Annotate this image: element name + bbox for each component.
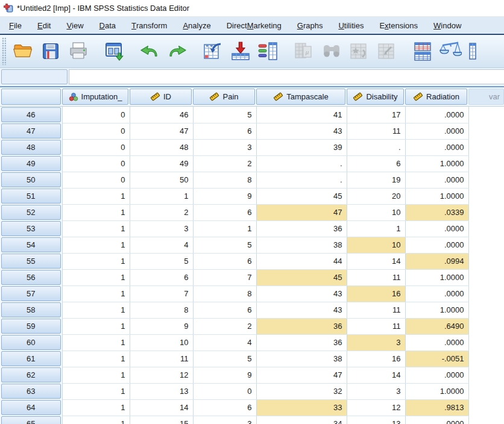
row-number[interactable]: 62 <box>0 367 62 383</box>
row-number[interactable]: 50 <box>0 172 62 188</box>
cell[interactable]: 6 <box>347 155 405 172</box>
row-number[interactable]: 54 <box>0 237 62 253</box>
row-number[interactable]: 64 <box>0 399 62 416</box>
empty-var-cell[interactable] <box>468 285 504 302</box>
cell[interactable]: 16 <box>347 285 405 302</box>
cell[interactable]: 11 <box>347 318 405 334</box>
column-header-radiation[interactable]: Radiation <box>405 87 468 107</box>
cell[interactable]: 3 <box>130 220 193 237</box>
cell[interactable]: 1 <box>62 383 130 399</box>
cell[interactable]: .0000 <box>405 107 468 123</box>
recall-dialogs-button[interactable] <box>100 37 128 66</box>
redo-button[interactable] <box>163 37 191 66</box>
row-number[interactable]: 58 <box>0 302 62 318</box>
cell[interactable]: 50 <box>130 172 193 188</box>
cell[interactable]: . <box>256 172 347 188</box>
cell[interactable]: 43 <box>256 302 347 318</box>
cell[interactable]: 41 <box>256 107 347 123</box>
cell[interactable]: 11 <box>347 269 405 285</box>
cell[interactable]: .6490 <box>405 318 468 334</box>
menu-transform[interactable]: Transform <box>124 17 175 34</box>
cell[interactable]: 36 <box>256 334 347 351</box>
cell[interactable]: 0 <box>62 107 130 123</box>
cell[interactable]: 33 <box>256 399 347 416</box>
cell[interactable]: 0 <box>62 139 130 155</box>
empty-var-cell[interactable] <box>468 204 504 220</box>
empty-var-cell[interactable] <box>468 237 504 253</box>
cell[interactable]: 17 <box>347 107 405 123</box>
cell[interactable]: 8 <box>130 302 193 318</box>
menu-data[interactable]: Data <box>92 17 124 34</box>
row-number[interactable]: 51 <box>0 188 62 204</box>
empty-var-cell[interactable] <box>468 123 504 139</box>
cell[interactable]: 6 <box>193 302 256 318</box>
cell[interactable]: 45 <box>256 269 347 285</box>
cell[interactable]: 3 <box>193 139 256 155</box>
cell[interactable]: 46 <box>130 107 193 123</box>
row-number[interactable]: 48 <box>0 139 62 155</box>
cell[interactable]: 48 <box>130 139 193 155</box>
cell[interactable]: 38 <box>256 351 347 367</box>
goto-case-button[interactable] <box>199 37 227 66</box>
toolbar-grip-handle[interactable] <box>2 37 6 65</box>
row-number[interactable]: 59 <box>0 318 62 334</box>
cell[interactable]: 1 <box>62 188 130 204</box>
cell[interactable]: 6 <box>193 123 256 139</box>
goto-variable-button[interactable] <box>227 37 254 66</box>
cell[interactable]: 12 <box>347 399 405 416</box>
cell[interactable]: 3 <box>193 416 256 424</box>
cell[interactable]: .0000 <box>405 139 468 155</box>
cell[interactable]: .0000 <box>405 237 468 253</box>
cell[interactable]: 14 <box>347 367 405 383</box>
variables-button[interactable] <box>254 37 282 66</box>
cell[interactable]: 38 <box>256 237 347 253</box>
cell[interactable]: 14 <box>347 253 405 269</box>
cell[interactable]: 3 <box>347 334 405 351</box>
empty-var-cell[interactable] <box>468 172 504 188</box>
row-number[interactable]: 47 <box>0 123 62 139</box>
empty-var-cell[interactable] <box>468 188 504 204</box>
menu-graphs[interactable]: Graphs <box>289 17 331 34</box>
cell[interactable]: 0 <box>62 123 130 139</box>
empty-var-cell[interactable] <box>468 220 504 237</box>
cell[interactable]: 9 <box>130 318 193 334</box>
cell[interactable]: 1 <box>62 237 130 253</box>
row-number[interactable]: 60 <box>0 334 62 351</box>
cell[interactable]: 1.0000 <box>405 155 468 172</box>
cell[interactable]: .0000 <box>405 367 468 383</box>
menu-analyze[interactable]: Analyze <box>175 17 218 34</box>
cell[interactable]: 1 <box>62 269 130 285</box>
menu-utilities[interactable]: Utilities <box>330 17 371 34</box>
menu-window[interactable]: Window <box>426 17 469 34</box>
empty-var-cell[interactable] <box>468 351 504 367</box>
cell[interactable]: .0000 <box>405 123 468 139</box>
cell[interactable]: .0000 <box>405 220 468 237</box>
cell[interactable]: 8 <box>193 285 256 302</box>
cell[interactable]: 32 <box>256 383 347 399</box>
cell[interactable]: 1 <box>62 351 130 367</box>
empty-var-cell[interactable] <box>468 416 504 424</box>
cell[interactable]: 43 <box>256 123 347 139</box>
cell[interactable]: .0000 <box>405 285 468 302</box>
cell[interactable]: 47 <box>130 123 193 139</box>
cell[interactable]: 4 <box>130 237 193 253</box>
select-all-corner-cell[interactable] <box>0 87 62 107</box>
cell[interactable]: 1 <box>62 318 130 334</box>
menu-extensions[interactable]: Extensions <box>371 17 426 34</box>
cell[interactable]: 11 <box>347 302 405 318</box>
row-number[interactable]: 63 <box>0 383 62 399</box>
save-file-button[interactable] <box>37 37 65 66</box>
row-number[interactable]: 57 <box>0 285 62 302</box>
row-number[interactable]: 49 <box>0 155 62 172</box>
empty-var-cell[interactable] <box>468 139 504 155</box>
cell[interactable]: 39 <box>256 139 347 155</box>
cell[interactable]: 1.0000 <box>405 269 468 285</box>
cell[interactable]: 6 <box>193 253 256 269</box>
empty-var-cell[interactable] <box>468 155 504 172</box>
cell[interactable]: 0 <box>62 155 130 172</box>
cell[interactable]: 0 <box>193 383 256 399</box>
cell[interactable]: .0339 <box>405 204 468 220</box>
cell[interactable]: .9813 <box>405 399 468 416</box>
cell[interactable]: 5 <box>130 253 193 269</box>
cell[interactable]: 1 <box>62 334 130 351</box>
